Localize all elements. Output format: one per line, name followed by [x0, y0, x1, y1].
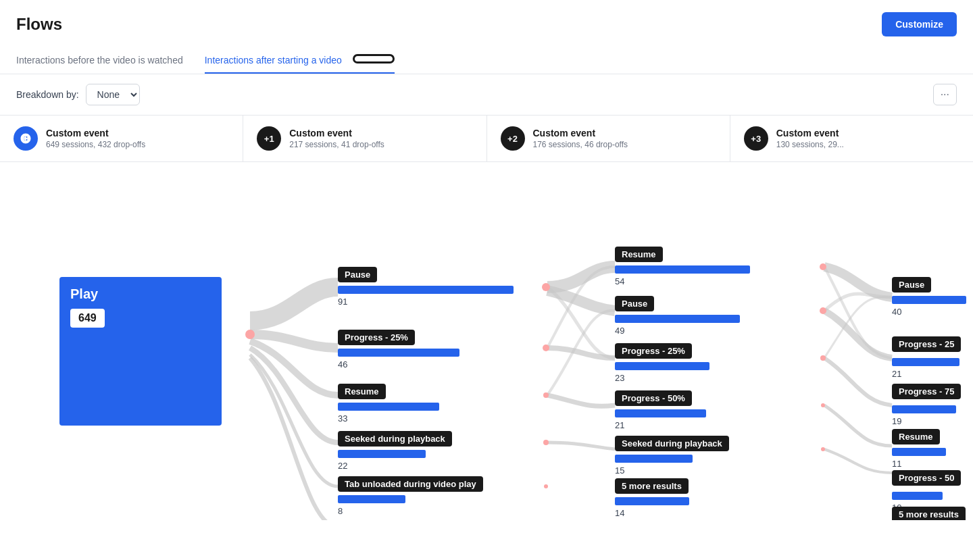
node-pause2-bar: [615, 315, 740, 323]
node-progress25-2-bar: [615, 362, 709, 370]
header: Flows Customize: [0, 0, 973, 36]
node-progress75-3[interactable]: Progress - 75 19: [892, 384, 961, 426]
node-pause3-label: Pause: [892, 277, 931, 292]
node-more2[interactable]: 5 more results 14: [615, 478, 689, 518]
node-seeked2-bar: [615, 455, 693, 463]
node-progress25-1-label: Progress - 25%: [338, 330, 415, 345]
node-pause1-count: 91: [338, 297, 514, 307]
svg-point-12: [245, 330, 255, 339]
svg-point-4: [543, 440, 549, 445]
node-progress25-3-count: 21: [892, 369, 961, 379]
customize-button[interactable]: Customize: [882, 12, 957, 36]
more-options-button[interactable]: ···: [933, 84, 957, 105]
node-resume3[interactable]: Resume 11: [892, 429, 946, 469]
play-node[interactable]: Play 649: [59, 277, 222, 426]
node-progress75-3-bar: [892, 405, 956, 413]
node-progress25-3[interactable]: Progress - 25 21: [892, 336, 961, 379]
node-resume3-count: 11: [892, 459, 946, 469]
node-progress50-2-label: Progress - 50%: [615, 390, 692, 406]
node-progress75-3-label: Progress - 75: [892, 384, 961, 399]
col2-event: Custom event: [533, 128, 628, 138]
node-tab-unloaded[interactable]: Tab unloaded during video play 8: [338, 476, 483, 516]
node-progress25-3-label: Progress - 25: [892, 336, 961, 352]
col0-info: Custom event 649 sessions, 432 drop-offs: [46, 128, 145, 149]
column-headers: Custom event 649 sessions, 432 drop-offs…: [0, 116, 973, 162]
toolbar: Breakdown by: None ···: [0, 74, 973, 116]
node-more2-bar: [615, 497, 689, 505]
node-progress25-2-count: 23: [615, 373, 709, 383]
node-pause2[interactable]: Pause 49: [615, 296, 740, 336]
tabs-bar: Interactions before the video is watched…: [0, 47, 973, 74]
column-header-2: +2 Custom event 176 sessions, 46 drop-of…: [487, 116, 730, 161]
node-resume3-label: Resume: [892, 429, 940, 444]
svg-point-1: [542, 283, 550, 291]
node-tab-unloaded-label: Tab unloaded during video play: [338, 476, 483, 492]
node-progress25-2[interactable]: Progress - 25% 23: [615, 343, 709, 383]
column-header-3: +3 Custom event 130 sessions, 29...: [730, 116, 973, 161]
tab-before[interactable]: Interactions before the video is watched: [16, 48, 183, 74]
page-title: Flows: [16, 15, 62, 34]
play-node-label: Play: [70, 286, 211, 302]
col0-event: Custom event: [46, 128, 145, 138]
svg-point-3: [543, 392, 549, 398]
node-tab-unloaded-bar: [338, 495, 405, 503]
flow-area: Play 649 Pause 91 Progress - 25% 46 Resu…: [0, 162, 973, 520]
col1-icon: +1: [257, 126, 281, 151]
node-progress25-1[interactable]: Progress - 25% 46: [338, 330, 459, 370]
node-seeked1-count: 22: [338, 461, 452, 471]
node-pause3-count: 40: [892, 307, 966, 317]
node-resume2[interactable]: Resume 54: [615, 247, 750, 286]
col3-icon: +3: [744, 126, 768, 151]
node-progress25-1-count: 46: [338, 359, 459, 370]
node-more3-label: 5 more results: [892, 507, 966, 520]
breakdown-select[interactable]: None: [86, 84, 140, 105]
node-seeked1-label: Seeked during playback: [338, 431, 452, 447]
col1-info: Custom event 217 sessions, 41 drop-offs: [289, 128, 384, 149]
node-more2-count: 14: [615, 508, 689, 518]
node-resume1[interactable]: Resume 33: [338, 384, 439, 424]
node-seeked2[interactable]: Seeked during playback 15: [615, 436, 729, 476]
node-more2-label: 5 more results: [615, 478, 689, 494]
col3-event: Custom event: [776, 128, 844, 138]
node-progress50-2[interactable]: Progress - 50% 21: [615, 390, 706, 430]
node-progress25-2-label: Progress - 25%: [615, 343, 692, 359]
col3-info: Custom event 130 sessions, 29...: [776, 128, 844, 149]
breakdown-label: Breakdown by:: [16, 89, 79, 100]
col3-sessions: 130 sessions, 29...: [776, 140, 844, 149]
node-seeked2-count: 15: [615, 465, 729, 476]
svg-point-8: [820, 307, 826, 314]
node-resume1-bar: [338, 403, 439, 411]
node-seeked1-bar: [338, 450, 426, 458]
column-header-1: +1 Custom event 217 sessions, 41 drop-of…: [243, 116, 487, 161]
node-progress50-2-count: 21: [615, 420, 706, 430]
node-progress50-3-label: Progress - 50: [892, 470, 961, 486]
play-node-count: 649: [70, 309, 105, 328]
col2-icon: +2: [501, 126, 525, 151]
node-progress50-2-bar: [615, 409, 706, 417]
svg-point-9: [820, 355, 826, 361]
svg-point-2: [543, 345, 549, 351]
node-resume2-count: 54: [615, 276, 750, 286]
col1-sessions: 217 sessions, 41 drop-offs: [289, 140, 384, 149]
col2-info: Custom event 176 sessions, 46 drop-offs: [533, 128, 628, 149]
node-pause3[interactable]: Pause 40: [892, 277, 966, 317]
node-resume1-count: 33: [338, 413, 439, 424]
node-progress25-3-bar: [892, 358, 959, 366]
node-resume2-label: Resume: [615, 247, 663, 262]
node-tab-unloaded-count: 8: [338, 506, 483, 516]
node-progress25-1-bar: [338, 349, 459, 357]
node-more3[interactable]: 5 more results 29: [892, 507, 966, 520]
svg-point-11: [821, 447, 825, 451]
tab-after[interactable]: Interactions after starting a video: [205, 47, 395, 74]
svg-point-10: [821, 403, 825, 407]
col2-sessions: 176 sessions, 46 drop-offs: [533, 140, 628, 149]
node-seeked1[interactable]: Seeked during playback 22: [338, 431, 452, 471]
column-header-0: Custom event 649 sessions, 432 drop-offs: [0, 116, 243, 161]
svg-point-7: [820, 263, 826, 270]
node-seeked2-label: Seeked during playback: [615, 436, 729, 451]
node-progress50-3-bar: [892, 492, 943, 500]
col0-icon: [14, 126, 38, 151]
node-pause1[interactable]: Pause 91: [338, 267, 514, 307]
svg-point-5: [544, 484, 548, 488]
col1-event: Custom event: [289, 128, 384, 138]
